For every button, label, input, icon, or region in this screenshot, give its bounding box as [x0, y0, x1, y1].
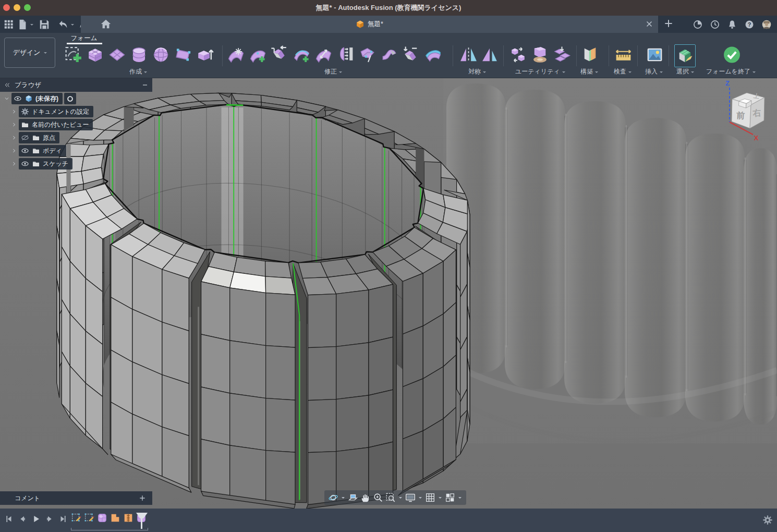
close-tab-icon[interactable] — [645, 19, 654, 29]
flatten-icon[interactable] — [380, 44, 399, 65]
fit-icon[interactable] — [385, 492, 396, 503]
expand-chevron-icon[interactable] — [4, 96, 9, 101]
browser-item-sketches[interactable]: スケッチ — [0, 158, 152, 170]
look-at-icon[interactable] — [347, 492, 359, 503]
visibility-eye-icon[interactable] — [21, 160, 29, 168]
mirror-symmetry-icon[interactable] — [459, 44, 478, 65]
sphere-primitive-icon[interactable] — [151, 44, 171, 65]
file-menu-icon[interactable] — [17, 19, 28, 30]
chevron-right-icon[interactable] — [11, 161, 17, 166]
convert-icon[interactable] — [508, 44, 528, 65]
record-icon[interactable] — [67, 95, 74, 102]
insert-group-label[interactable]: 挿入 — [645, 67, 663, 76]
browser-root-row[interactable]: (未保存) — [0, 92, 152, 105]
pull-icon[interactable] — [358, 44, 377, 65]
app-grid-icon[interactable] — [3, 19, 15, 30]
extrude-tool-icon[interactable] — [195, 44, 214, 65]
insert-edge-icon[interactable] — [292, 44, 311, 65]
chevron-right-icon[interactable] — [11, 122, 17, 127]
uncrease-icon[interactable] — [402, 44, 421, 65]
history-icon[interactable] — [710, 19, 720, 30]
maximize-window-button[interactable] — [24, 4, 31, 11]
select-group-label[interactable]: 選択 — [676, 67, 694, 76]
timeline-surface-feature[interactable] — [110, 512, 121, 524]
repair-body-icon[interactable] — [530, 44, 550, 65]
help-icon[interactable]: ? — [744, 19, 755, 30]
minimize-panel-icon[interactable] — [142, 82, 148, 88]
insert-point-icon[interactable] — [248, 44, 268, 65]
construct-group-label[interactable]: 構築 — [580, 67, 598, 76]
timeline-stitch-feature[interactable] — [123, 512, 134, 524]
browser-item-bodies[interactable]: ボディ — [0, 144, 152, 157]
browser-item-docsettings[interactable]: ドキュメントの設定 — [0, 105, 152, 118]
zoom-icon[interactable] — [372, 492, 384, 503]
browser-header[interactable]: ブラウザ — [0, 78, 152, 92]
timeline-settings-gear-icon[interactable] — [762, 515, 773, 525]
create-group-label[interactable]: 作成 — [129, 67, 147, 76]
display-settings-icon[interactable] — [405, 492, 416, 503]
thicken-icon[interactable] — [423, 44, 443, 65]
measure-icon[interactable] — [614, 44, 633, 65]
item-label: ボディ — [43, 147, 62, 155]
face-tool-icon[interactable] — [173, 44, 192, 65]
go-to-end-icon[interactable] — [58, 514, 68, 524]
grid-settings-icon[interactable] — [424, 492, 436, 503]
select-tool-icon[interactable] — [675, 45, 695, 66]
new-tab-button[interactable] — [663, 18, 674, 29]
finish-form-label[interactable]: フォームを終了 — [706, 67, 756, 76]
display-mode-icon[interactable] — [552, 44, 572, 65]
visibility-eye-icon[interactable] — [14, 94, 22, 103]
minimize-window-button[interactable] — [14, 4, 20, 11]
browser-item-namedviews[interactable]: 名前の付いたビュー — [0, 118, 152, 131]
pan-icon[interactable] — [360, 492, 371, 503]
inspect-group-label[interactable]: 検査 — [614, 67, 632, 76]
comments-bar[interactable]: コメント — [0, 491, 152, 505]
cylinder-primitive-icon[interactable] — [129, 44, 149, 65]
modify-group-label[interactable]: 修正 — [324, 67, 342, 76]
box-primitive-icon[interactable] — [86, 44, 105, 65]
insert-image-icon[interactable] — [645, 44, 664, 65]
svg-text:?: ? — [748, 21, 751, 27]
form-contextual-tab[interactable]: フォーム — [62, 34, 106, 43]
close-window-button[interactable] — [3, 4, 10, 11]
workspace-selector[interactable]: デザイン — [4, 38, 55, 68]
plane-primitive-icon[interactable] — [107, 44, 127, 65]
circular-symmetry-icon[interactable] — [481, 44, 500, 65]
notifications-icon[interactable] — [727, 19, 737, 30]
visibility-off-icon[interactable] — [21, 134, 29, 142]
timeline-form-feature[interactable] — [96, 512, 108, 524]
chevron-right-icon[interactable] — [11, 135, 17, 140]
save-icon[interactable] — [39, 19, 50, 30]
collapse-panel-icon[interactable] — [4, 82, 10, 88]
undo-icon[interactable] — [57, 19, 69, 30]
orbit-icon[interactable] — [327, 492, 339, 503]
timeline-playhead[interactable] — [136, 513, 148, 528]
edit-form-icon[interactable] — [226, 44, 246, 65]
merge-edge-icon[interactable] — [314, 44, 333, 65]
crease-icon[interactable] — [270, 44, 289, 65]
timeline-sketch-feature[interactable] — [70, 512, 82, 524]
step-forward-icon[interactable] — [45, 514, 54, 524]
viewport[interactable]: 前右上ZX ブラウザ (未保存) ドキュメントの設定 — [0, 78, 777, 532]
viewports-icon[interactable] — [444, 492, 456, 503]
construct-plane-icon[interactable] — [580, 44, 600, 65]
symmetry-group-label[interactable]: 対称 — [468, 67, 486, 76]
chevron-right-icon[interactable] — [11, 148, 17, 153]
play-icon[interactable] — [31, 514, 41, 524]
user-avatar[interactable] — [761, 19, 772, 30]
home-icon[interactable] — [100, 18, 112, 30]
job-status-icon[interactable] — [693, 19, 703, 30]
browser-item-origin[interactable]: 原点 — [0, 131, 152, 144]
chevron-right-icon[interactable] — [11, 109, 17, 114]
document-tab[interactable]: 無題* — [81, 16, 658, 33]
bevel-edge-icon[interactable] — [336, 44, 355, 65]
finish-form-icon[interactable] — [722, 44, 742, 65]
step-back-icon[interactable] — [18, 514, 27, 524]
svg-text:前: 前 — [736, 111, 745, 120]
go-to-start-icon[interactable] — [4, 514, 14, 524]
timeline-sketch-feature[interactable] — [83, 512, 95, 524]
add-comment-icon[interactable] — [139, 494, 146, 502]
create-form-icon[interactable] — [64, 44, 83, 65]
visibility-eye-icon[interactable] — [21, 147, 29, 155]
utilities-group-label[interactable]: ユーティリティ — [515, 67, 565, 76]
